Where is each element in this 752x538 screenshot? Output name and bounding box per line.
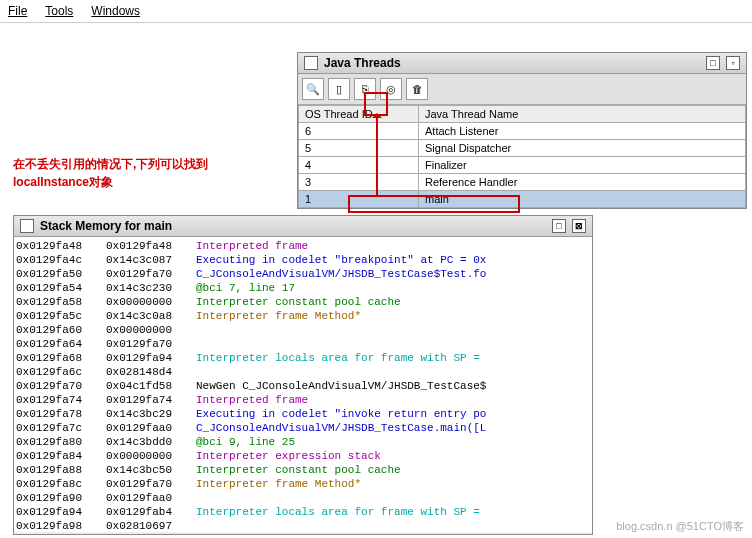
close-icon[interactable]: ⊠ — [572, 219, 586, 233]
restore-icon[interactable]: ▫ — [726, 56, 740, 70]
stack-row: 0x0129fa780x14c3bc29Executing in codelet… — [16, 407, 590, 421]
stack-row: 0x0129fa700x04c1fd58NewGen C_JConsoleAnd… — [16, 379, 590, 393]
stack-row: 0x0129fa580x00000000Interpreter constant… — [16, 295, 590, 309]
window-icon — [20, 219, 34, 233]
stack-row: 0x0129fa800x14c3bdd0@bci 9, line 25 — [16, 435, 590, 449]
stack-row: 0x0129fa680x0129fa94Interpreter locals a… — [16, 351, 590, 365]
inspect-button[interactable]: 🔍 — [302, 78, 324, 100]
cell-name: Finalizer — [419, 157, 746, 174]
col-java-thread-name[interactable]: Java Thread Name — [419, 106, 746, 123]
maximize-icon[interactable]: □ — [706, 56, 720, 70]
thread-table: OS Thread ID Java Thread Name 6Attach Li… — [298, 105, 746, 208]
window-icon — [304, 56, 318, 70]
table-row[interactable]: 3Reference Handler — [299, 174, 746, 191]
menu-file[interactable]: File — [8, 4, 27, 18]
table-row[interactable]: 6Attach Listener — [299, 123, 746, 140]
cell-id: 5 — [299, 140, 419, 157]
menubar: File Tools Windows — [0, 0, 752, 23]
stack-row: 0x0129fa8c0x0129fa70Interpreter frame Me… — [16, 477, 590, 491]
stack-row: 0x0129fa5c0x14c3c0a8Interpreter frame Me… — [16, 309, 590, 323]
table-row[interactable]: 5Signal Dispatcher — [299, 140, 746, 157]
stack-row: 0x0129fa540x14c3c230@bci 7, line 17 — [16, 281, 590, 295]
stack-row: 0x0129fa880x14c3bc50Interpreter constant… — [16, 463, 590, 477]
stack-row: 0x0129fa900x0129faa0 — [16, 491, 590, 505]
thread-button[interactable]: ▯ — [328, 78, 350, 100]
cell-id: 3 — [299, 174, 419, 191]
cell-name: Reference Handler — [419, 174, 746, 191]
menu-windows[interactable]: Windows — [91, 4, 140, 18]
annotation-arrow — [376, 114, 378, 196]
col-os-thread-id[interactable]: OS Thread ID — [299, 106, 419, 123]
window-title-text: Java Threads — [324, 56, 401, 70]
annotation-side: 在不丢失引用的情况下,下列可以找到localInstance对象 — [13, 155, 208, 191]
stack-row: 0x0129fa980x02810697 — [16, 519, 590, 532]
highlight-main-row — [348, 195, 520, 213]
stack-row: 0x0129fa640x0129fa70 — [16, 337, 590, 351]
table-row[interactable]: 4Finalizer — [299, 157, 746, 174]
menu-tools[interactable]: Tools — [45, 4, 73, 18]
stack-row: 0x0129fa940x0129fab4Interpreter locals a… — [16, 505, 590, 519]
cell-name: Attach Listener — [419, 123, 746, 140]
stack-row: 0x0129fa740x0129fa74Interpreted frame — [16, 393, 590, 407]
delete-button[interactable]: 🗑 — [406, 78, 428, 100]
window-titlebar[interactable]: Stack Memory for main □ ⊠ — [14, 216, 592, 237]
java-threads-window: Java Threads □ ▫ 🔍 ▯ ⎘ ◎ 🗑 OS Thread ID … — [297, 52, 747, 209]
watermark: blog.csdn.n @51CTO博客 — [616, 519, 744, 534]
stack-memory-content[interactable]: 0x0129fa480x0129fa48Interpreted frame0x0… — [14, 237, 592, 532]
window-title-text: Stack Memory for main — [40, 219, 172, 233]
cell-id: 6 — [299, 123, 419, 140]
stack-row: 0x0129fa6c0x028148d4 — [16, 365, 590, 379]
stack-row: 0x0129fa4c0x14c3c087Executing in codelet… — [16, 253, 590, 267]
stack-row: 0x0129fa7c0x0129faa0C_JConsoleAndVisualV… — [16, 421, 590, 435]
maximize-icon[interactable]: □ — [552, 219, 566, 233]
cell-id: 4 — [299, 157, 419, 174]
stack-row: 0x0129fa480x0129fa48Interpreted frame — [16, 239, 590, 253]
stack-memory-window: Stack Memory for main □ ⊠ 0x0129fa480x01… — [13, 215, 593, 535]
cell-name: Signal Dispatcher — [419, 140, 746, 157]
window-titlebar[interactable]: Java Threads □ ▫ — [298, 53, 746, 74]
stack-row: 0x0129fa600x00000000 — [16, 323, 590, 337]
stack-row: 0x0129fa840x00000000Interpreter expressi… — [16, 449, 590, 463]
stack-row: 0x0129fa500x0129fa70C_JConsoleAndVisualV… — [16, 267, 590, 281]
